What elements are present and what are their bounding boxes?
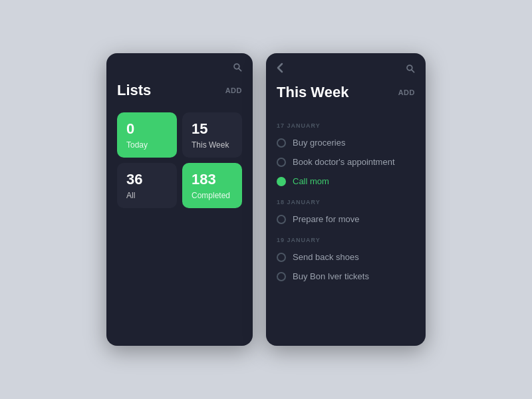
task-circle-send-shoes: [277, 253, 286, 262]
task-text-call-mom: Call mom: [293, 176, 329, 186]
task-circle-call-mom: [277, 177, 286, 186]
task-call-mom[interactable]: Call mom: [277, 172, 415, 191]
right-panel-title: This Week: [277, 84, 348, 101]
tile-today-number: 0: [126, 122, 168, 136]
left-search-icon[interactable]: [233, 63, 242, 74]
right-search-icon[interactable]: [406, 64, 415, 75]
tile-this-week[interactable]: 15 This Week: [182, 112, 242, 158]
tile-this-week-number: 15: [192, 122, 233, 136]
task-prepare-move[interactable]: Prepare for move: [277, 209, 415, 229]
tile-all-label: All: [126, 191, 168, 200]
svg-line-1: [239, 68, 241, 71]
task-text-prepare-move: Prepare for move: [293, 214, 359, 224]
right-add-button[interactable]: ADD: [398, 88, 415, 96]
task-send-shoes[interactable]: Send back shoes: [277, 247, 415, 267]
tile-all[interactable]: 36 All: [117, 163, 177, 208]
tiles-grid: 0 Today 15 This Week 36 All 183 Complete…: [106, 112, 253, 208]
task-circle-buy-tickets: [277, 272, 286, 281]
right-title-row: This Week ADD: [266, 81, 426, 114]
tile-completed-number: 183: [192, 172, 233, 187]
right-panel-header: [266, 53, 426, 81]
tile-today[interactable]: 0 Today: [117, 112, 177, 158]
date-label-18-jan: 18 JANUARY: [277, 199, 415, 205]
tile-all-number: 36: [126, 172, 168, 187]
tile-completed[interactable]: 183 Completed: [182, 163, 242, 208]
date-label-17-jan: 17 JANUARY: [277, 122, 415, 129]
tile-today-label: Today: [126, 140, 168, 150]
left-panel-title: Lists: [117, 82, 151, 99]
task-circle-prepare-move: [277, 215, 286, 224]
task-buy-tickets[interactable]: Buy Bon Iver tickets: [277, 267, 415, 286]
task-text-buy-tickets: Buy Bon Iver tickets: [293, 271, 369, 281]
left-add-button[interactable]: ADD: [225, 86, 242, 94]
task-text-send-shoes: Send back shoes: [293, 252, 359, 262]
svg-line-3: [412, 70, 414, 72]
panels-wrapper: Lists ADD 0 Today 15 This Week 36 All 18…: [106, 53, 426, 346]
task-book-doctor[interactable]: Book doctor's appointment: [277, 152, 415, 172]
left-title-row: Lists ADD: [106, 79, 253, 112]
task-circle-buy-groceries: [277, 138, 286, 148]
task-buy-groceries[interactable]: Buy groceries: [277, 133, 415, 152]
tile-completed-label: Completed: [192, 191, 233, 200]
task-circle-book-doctor: [277, 158, 286, 167]
back-button[interactable]: [277, 63, 283, 76]
task-text-buy-groceries: Buy groceries: [293, 138, 345, 148]
task-list: 17 JANUARY Buy groceries Book doctor's a…: [266, 114, 426, 346]
right-panel: This Week ADD 17 JANUARY Buy groceries B…: [266, 53, 426, 346]
left-panel: Lists ADD 0 Today 15 This Week 36 All 18…: [106, 53, 253, 346]
task-text-book-doctor: Book doctor's appointment: [293, 157, 395, 167]
date-label-19-jan: 19 JANUARY: [277, 237, 415, 243]
tile-this-week-label: This Week: [192, 140, 233, 150]
left-panel-header: [106, 53, 253, 79]
